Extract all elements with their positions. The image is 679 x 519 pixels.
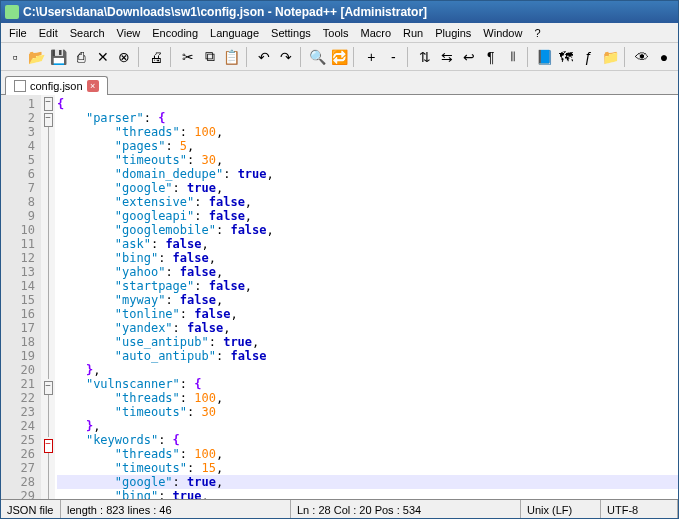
menu-edit[interactable]: Edit: [33, 25, 64, 41]
window-title: C:\Users\dana\Downloads\sw1\config.json …: [23, 5, 427, 19]
zoom-in-icon[interactable]: +: [361, 47, 381, 67]
close-icon[interactable]: ✕: [93, 47, 113, 67]
find-icon[interactable]: 🔍: [308, 47, 328, 67]
status-eol: Unix (LF): [521, 500, 601, 519]
menu-[interactable]: ?: [528, 25, 546, 41]
func-list-icon[interactable]: ƒ: [578, 47, 598, 67]
window-titlebar: C:\Users\dana\Downloads\sw1\config.json …: [1, 1, 678, 23]
doc-map-icon[interactable]: 🗺: [556, 47, 576, 67]
close-all-icon[interactable]: ⊗: [114, 47, 134, 67]
indent-guide-icon[interactable]: ⦀: [503, 47, 523, 67]
menu-file[interactable]: File: [3, 25, 33, 41]
status-encoding: UTF-8: [601, 500, 678, 519]
undo-icon[interactable]: ↶: [254, 47, 274, 67]
folder-icon[interactable]: 📁: [600, 47, 620, 67]
editor-area[interactable]: 1234567891011121314151617181920212223242…: [1, 95, 678, 499]
menu-language[interactable]: Language: [204, 25, 265, 41]
menu-window[interactable]: Window: [477, 25, 528, 41]
tab-bar: config.json ×: [1, 71, 678, 95]
menu-view[interactable]: View: [111, 25, 147, 41]
record-icon[interactable]: ●: [654, 47, 674, 67]
allchars-icon[interactable]: ¶: [481, 47, 501, 67]
line-number-gutter: 1234567891011121314151617181920212223242…: [1, 95, 41, 499]
copy-icon[interactable]: ⧉: [200, 47, 220, 67]
paste-icon[interactable]: 📋: [222, 47, 242, 67]
print-icon[interactable]: 🖨: [146, 47, 166, 67]
menu-encoding[interactable]: Encoding: [146, 25, 204, 41]
zoom-out-icon[interactable]: -: [383, 47, 403, 67]
save-icon[interactable]: 💾: [49, 47, 69, 67]
monitor-icon[interactable]: 👁: [632, 47, 652, 67]
menu-run[interactable]: Run: [397, 25, 429, 41]
status-position: Ln : 28 Col : 20 Pos : 534: [291, 500, 521, 519]
menu-plugins[interactable]: Plugins: [429, 25, 477, 41]
menu-search[interactable]: Search: [64, 25, 111, 41]
app-icon: [5, 5, 19, 19]
file-tab[interactable]: config.json ×: [5, 76, 108, 95]
menu-settings[interactable]: Settings: [265, 25, 317, 41]
status-filetype: JSON file: [1, 500, 61, 519]
replace-icon[interactable]: 🔁: [330, 47, 350, 67]
file-icon: [14, 80, 26, 92]
sync-v-icon[interactable]: ⇅: [415, 47, 435, 67]
menu-tools[interactable]: Tools: [317, 25, 355, 41]
redo-icon[interactable]: ↷: [276, 47, 296, 67]
tab-label: config.json: [30, 80, 83, 92]
wordwrap-icon[interactable]: ↩: [459, 47, 479, 67]
code-content[interactable]: { "parser": { "threads": 100, "pages": 5…: [55, 95, 678, 499]
tab-close-icon[interactable]: ×: [87, 80, 99, 92]
new-file-icon[interactable]: ▫: [5, 47, 25, 67]
open-icon[interactable]: 📂: [27, 47, 47, 67]
menu-macro[interactable]: Macro: [354, 25, 397, 41]
cut-icon[interactable]: ✂: [178, 47, 198, 67]
save-all-icon[interactable]: ⎙: [71, 47, 91, 67]
status-length: length : 823 lines : 46: [61, 500, 291, 519]
status-bar: JSON file length : 823 lines : 46 Ln : 2…: [1, 499, 678, 519]
fold-column[interactable]: −−−−: [41, 95, 55, 499]
lang-icon[interactable]: 📘: [535, 47, 555, 67]
toolbar: ▫📂💾⎙✕⊗🖨✂⧉📋↶↷🔍🔁+-⇅⇆↩¶⦀📘🗺ƒ📁👁●: [1, 43, 678, 71]
menu-bar: FileEditSearchViewEncodingLanguageSettin…: [1, 23, 678, 43]
sync-h-icon[interactable]: ⇆: [437, 47, 457, 67]
